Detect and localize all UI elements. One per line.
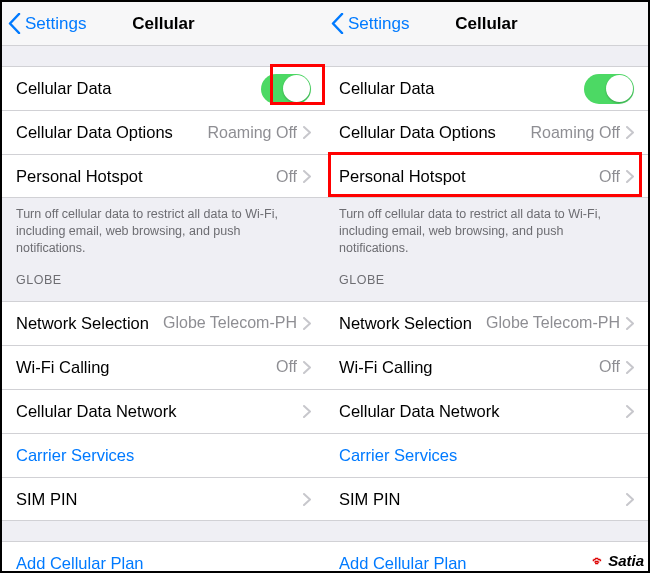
chevron-right-icon	[303, 361, 311, 374]
value: Off	[599, 358, 620, 376]
row-personal-hotspot[interactable]: Personal Hotspot Off	[325, 154, 648, 198]
label: Cellular Data	[339, 79, 584, 98]
label: Add Cellular Plan	[16, 554, 311, 571]
row-carrier-services[interactable]: Carrier Services	[2, 433, 325, 477]
label: Carrier Services	[339, 446, 634, 465]
label: Network Selection	[16, 314, 163, 333]
chevron-right-icon	[303, 493, 311, 506]
label: Personal Hotspot	[339, 167, 599, 186]
chevron-right-icon	[626, 170, 634, 183]
chevron-right-icon	[626, 361, 634, 374]
chevron-right-icon	[303, 126, 311, 139]
value: Roaming Off	[530, 124, 620, 142]
value: Off	[276, 168, 297, 186]
panel-right: Settings Cellular Cellular Data Cellular…	[325, 2, 648, 571]
label: Cellular Data Options	[16, 123, 207, 142]
toggle-cellular-data[interactable]	[261, 74, 311, 104]
label: Cellular Data Network	[16, 402, 303, 421]
label: Cellular Data	[16, 79, 261, 98]
row-carrier-services[interactable]: Carrier Services	[325, 433, 648, 477]
chevron-left-icon	[8, 13, 21, 34]
label: SIM PIN	[16, 490, 303, 509]
back-label: Settings	[25, 14, 86, 34]
row-sim-pin[interactable]: SIM PIN	[325, 477, 648, 521]
chevron-right-icon	[303, 317, 311, 330]
back-button[interactable]: Settings	[325, 13, 409, 34]
label: Carrier Services	[16, 446, 311, 465]
chevron-right-icon	[303, 170, 311, 183]
wifi-icon: ᯤ	[592, 553, 606, 569]
toggle-cellular-data[interactable]	[584, 74, 634, 104]
value: Globe Telecom-PH	[486, 314, 620, 332]
row-wifi-calling[interactable]: Wi-Fi Calling Off	[325, 345, 648, 389]
label: Personal Hotspot	[16, 167, 276, 186]
watermark: ᯤ Satia	[592, 552, 644, 569]
watermark-text: Satia	[608, 552, 644, 569]
row-cellular-data[interactable]: Cellular Data	[2, 66, 325, 110]
row-cellular-data-options[interactable]: Cellular Data Options Roaming Off	[2, 110, 325, 154]
row-cellular-data-network[interactable]: Cellular Data Network	[2, 389, 325, 433]
chevron-left-icon	[331, 13, 344, 34]
chevron-right-icon	[626, 405, 634, 418]
value: Roaming Off	[207, 124, 297, 142]
section-header-globe: GLOBE	[325, 257, 648, 293]
label: Wi-Fi Calling	[16, 358, 276, 377]
label: SIM PIN	[339, 490, 626, 509]
row-cellular-data-options[interactable]: Cellular Data Options Roaming Off	[325, 110, 648, 154]
label: Cellular Data Options	[339, 123, 530, 142]
chevron-right-icon	[303, 405, 311, 418]
chevron-right-icon	[626, 126, 634, 139]
group-footer: Turn off cellular data to restrict all d…	[2, 198, 325, 257]
label: Add Cellular Plan	[339, 554, 634, 571]
row-cellular-data-network[interactable]: Cellular Data Network	[325, 389, 648, 433]
value: Off	[276, 358, 297, 376]
row-add-cellular-plan[interactable]: Add Cellular Plan	[2, 541, 325, 571]
row-cellular-data[interactable]: Cellular Data	[325, 66, 648, 110]
back-button[interactable]: Settings	[2, 13, 86, 34]
value: Off	[599, 168, 620, 186]
group-globe: Network Selection Globe Telecom-PH Wi-Fi…	[325, 301, 648, 521]
panel-left: Settings Cellular Cellular Data Cellular…	[2, 2, 325, 571]
row-network-selection[interactable]: Network Selection Globe Telecom-PH	[2, 301, 325, 345]
label: Cellular Data Network	[339, 402, 626, 421]
group-footer: Turn off cellular data to restrict all d…	[325, 198, 648, 257]
section-header-globe: GLOBE	[2, 257, 325, 293]
nav-header: Settings Cellular	[2, 2, 325, 46]
group-cellular: Cellular Data Cellular Data Options Roam…	[325, 66, 648, 198]
group-add-plan: Add Cellular Plan	[2, 541, 325, 571]
row-network-selection[interactable]: Network Selection Globe Telecom-PH	[325, 301, 648, 345]
nav-header: Settings Cellular	[325, 2, 648, 46]
label: Wi-Fi Calling	[339, 358, 599, 377]
label: Network Selection	[339, 314, 486, 333]
back-label: Settings	[348, 14, 409, 34]
group-cellular: Cellular Data Cellular Data Options Roam…	[2, 66, 325, 198]
value: Globe Telecom-PH	[163, 314, 297, 332]
row-sim-pin[interactable]: SIM PIN	[2, 477, 325, 521]
row-wifi-calling[interactable]: Wi-Fi Calling Off	[2, 345, 325, 389]
group-globe: Network Selection Globe Telecom-PH Wi-Fi…	[2, 301, 325, 521]
chevron-right-icon	[626, 493, 634, 506]
row-personal-hotspot[interactable]: Personal Hotspot Off	[2, 154, 325, 198]
chevron-right-icon	[626, 317, 634, 330]
